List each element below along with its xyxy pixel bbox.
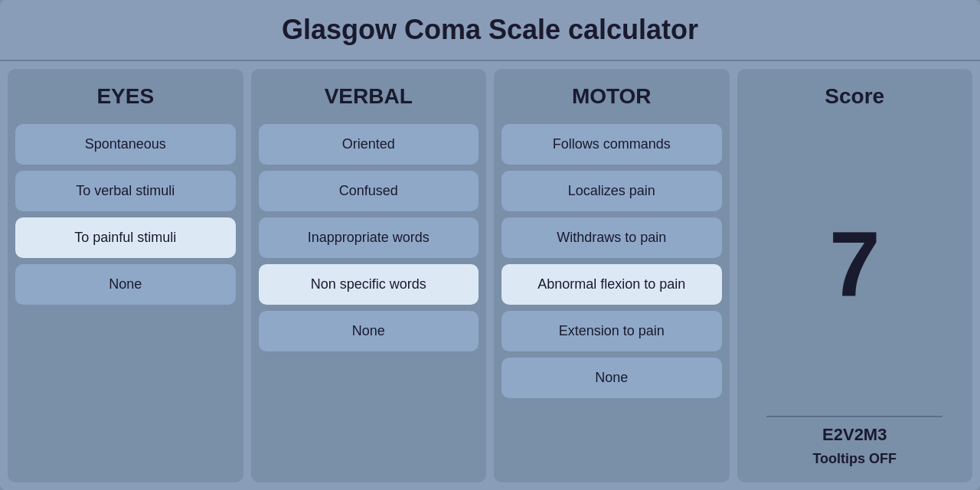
eyes-painful-stimuli[interactable]: To painful stimuli — [15, 217, 236, 258]
page-title: Glasgow Coma Scale calculator — [8, 14, 972, 46]
score-value: 7 — [829, 118, 880, 408]
eyes-header: EYES — [15, 78, 236, 118]
score-column: Score 7 E2V2M3 Tooltips OFF — [737, 69, 973, 482]
motor-header: MOTOR — [501, 78, 722, 118]
tooltips-toggle[interactable]: Tooltips OFF — [812, 445, 897, 473]
main-grid: EYES Spontaneous To verbal stimuli To pa… — [0, 61, 980, 490]
verbal-header: VERBAL — [259, 78, 479, 118]
motor-follows-commands[interactable]: Follows commands — [501, 124, 722, 165]
header: Glasgow Coma Scale calculator — [0, 0, 980, 61]
motor-localizes-pain[interactable]: Localizes pain — [501, 171, 722, 211]
score-divider — [766, 416, 942, 417]
verbal-inappropriate[interactable]: Inappropriate words — [259, 217, 479, 258]
motor-abnormal-flexion[interactable]: Abnormal flexion to pain — [501, 264, 722, 305]
app-container: Glasgow Coma Scale calculator EYES Spont… — [0, 0, 980, 490]
eyes-spontaneous[interactable]: Spontaneous — [15, 124, 236, 165]
verbal-column: VERBAL Oriented Confused Inappropriate w… — [251, 69, 487, 482]
eyes-verbal-stimuli[interactable]: To verbal stimuli — [15, 171, 236, 211]
motor-column: MOTOR Follows commands Localizes pain Wi… — [494, 69, 730, 482]
verbal-oriented[interactable]: Oriented — [259, 124, 479, 165]
verbal-none[interactable]: None — [259, 311, 479, 351]
motor-none[interactable]: None — [501, 358, 722, 398]
score-breakdown: E2V2M3 — [822, 425, 887, 445]
motor-withdraws[interactable]: Withdraws to pain — [501, 217, 722, 258]
score-header: Score — [825, 78, 884, 118]
motor-extension[interactable]: Extension to pain — [501, 311, 722, 351]
verbal-confused[interactable]: Confused — [259, 171, 479, 211]
eyes-none[interactable]: None — [15, 264, 236, 305]
eyes-column: EYES Spontaneous To verbal stimuli To pa… — [8, 69, 243, 482]
verbal-nonspecific[interactable]: Non specific words — [259, 264, 479, 305]
